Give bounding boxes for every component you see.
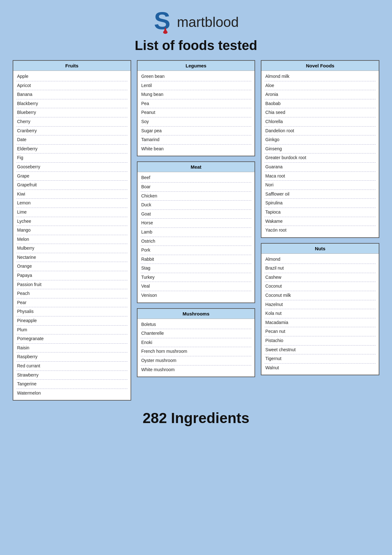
list-item: Blueberry <box>16 108 127 117</box>
list-item: Maca root <box>265 172 376 181</box>
table-1-1: MeatBeefBoarChickenDuckGoatHorseLambOstr… <box>137 161 255 303</box>
list-item: Grape <box>16 172 127 181</box>
list-item: Walnut <box>265 364 376 372</box>
list-item: Cranberry <box>16 127 127 136</box>
table-header-0-0: Fruits <box>13 61 131 71</box>
list-item: Spirulina <box>265 199 376 208</box>
list-item: Plum <box>16 326 127 335</box>
list-item: Gooseberry <box>16 163 127 172</box>
list-item: Red currant <box>16 362 127 371</box>
list-item: Rabbit <box>141 255 252 264</box>
list-item: Veal <box>141 282 252 291</box>
list-item: Cherry <box>16 117 127 127</box>
list-item: Sugar pea <box>141 127 252 136</box>
list-item: Tangerine <box>16 380 127 389</box>
list-item: Duck <box>141 201 252 210</box>
list-item: Tamarind <box>141 135 252 145</box>
list-item: Peach <box>16 289 127 298</box>
list-item: Beef <box>141 173 252 183</box>
list-item: Chanterelle <box>141 329 252 338</box>
list-item: Enoki <box>141 338 252 347</box>
table-1-2: MushroomsBoletusChanterelleEnokiFrench h… <box>137 308 255 377</box>
table-body-2-1: AlmondBrazil nutCashewCoconutCoconut mil… <box>261 254 379 375</box>
list-item: Dandelion root <box>265 127 376 136</box>
list-item: Pistachio <box>265 336 376 346</box>
list-item: Raisin <box>16 344 127 353</box>
list-item: Lamb <box>141 228 252 237</box>
table-header-2-0: Novel Foods <box>261 61 379 71</box>
list-item: Macadamia <box>265 318 376 327</box>
list-item: Nori <box>265 181 376 190</box>
list-item: Physalis <box>16 307 127 316</box>
list-item: Horse <box>141 219 252 228</box>
list-item: White mushroom <box>141 365 252 374</box>
list-item: Ostrich <box>141 237 252 246</box>
list-item: Mulberry <box>16 244 127 253</box>
column-0: FruitsAppleApricotBananaBlackberryBluebe… <box>13 60 131 401</box>
list-item: Chia seed <box>265 108 376 117</box>
list-item: Raspberry <box>16 352 127 362</box>
table-body-1-0: Green beanLentilMung beanPeaPeanutSoySug… <box>138 71 255 156</box>
list-item: Kiwi <box>16 190 127 199</box>
columns-wrapper: FruitsAppleApricotBananaBlackberryBluebe… <box>13 60 379 401</box>
list-item: Passion fruit <box>16 280 127 290</box>
list-item: Oyster mushroom <box>141 356 252 365</box>
footer-text: 282 Ingredients <box>143 409 249 427</box>
list-item: Strawberry <box>16 371 127 380</box>
column-1: LegumesGreen beanLentilMung beanPeaPeanu… <box>137 60 255 377</box>
list-item: Melon <box>16 235 127 244</box>
list-item: Kola nut <box>265 309 376 318</box>
list-item: Apple <box>16 72 127 81</box>
logo-text: martblood <box>177 14 239 30</box>
table-2-1: NutsAlmondBrazil nutCashewCoconutCoconut… <box>261 243 379 376</box>
list-item: Almond <box>265 255 376 264</box>
list-item: Apricot <box>16 81 127 90</box>
list-item: Brazil nut <box>265 264 376 273</box>
table-body-1-1: BeefBoarChickenDuckGoatHorseLambOstrichP… <box>138 172 255 302</box>
list-item: Green bean <box>141 72 252 81</box>
table-2-0: Novel FoodsAlmond milkAloeAroniaBaobabCh… <box>261 60 379 238</box>
list-item: Goat <box>141 210 252 219</box>
list-item: Fig <box>16 153 127 163</box>
table-0-0: FruitsAppleApricotBananaBlackberryBluebe… <box>13 60 131 401</box>
list-item: Grapefruit <box>16 181 127 190</box>
list-item: Turkey <box>141 273 252 282</box>
table-body-2-0: Almond milkAloeAroniaBaobabChia seedChlo… <box>261 71 379 237</box>
list-item: Ginkgo <box>265 135 376 145</box>
list-item: Chlorella <box>265 117 376 127</box>
list-item: Lychee <box>16 217 127 226</box>
list-item: Orange <box>16 262 127 271</box>
list-item: Coconut milk <box>265 291 376 300</box>
list-item: Pear <box>16 298 127 308</box>
list-item: Baobab <box>265 99 376 109</box>
list-item: Greater burdock root <box>265 153 376 163</box>
list-item: Banana <box>16 90 127 99</box>
list-item: Boletus <box>141 320 252 329</box>
list-item: Hazelnut <box>265 300 376 309</box>
table-body-1-2: BoletusChanterelleEnokiFrench horn mushr… <box>138 319 255 377</box>
table-header-1-1: Meat <box>138 162 255 172</box>
list-item: Stag <box>141 264 252 273</box>
list-item: Aloe <box>265 81 376 90</box>
list-item: Almond milk <box>265 72 376 81</box>
list-item: Sweet chestnut <box>265 346 376 355</box>
list-item: Guarana <box>265 163 376 172</box>
logo-icon: S <box>153 9 175 35</box>
table-header-1-0: Legumes <box>138 61 255 71</box>
list-item: Cashew <box>265 273 376 282</box>
list-item: Papaya <box>16 271 127 280</box>
list-item: Tigernut <box>265 354 376 364</box>
list-item: Aronia <box>265 90 376 99</box>
list-item: Peanut <box>141 108 252 117</box>
list-item: Safflower oil <box>265 190 376 199</box>
list-item: Pork <box>141 246 252 255</box>
list-item: Yacón root <box>265 226 376 235</box>
list-item: Chicken <box>141 192 252 201</box>
list-item: White bean <box>141 145 252 153</box>
list-item: Wakame <box>265 217 376 226</box>
list-item: Blackberry <box>16 99 127 109</box>
table-1-0: LegumesGreen beanLentilMung beanPeaPeanu… <box>137 60 255 156</box>
list-item: Coconut <box>265 282 376 291</box>
list-item: Pomegranate <box>16 334 127 344</box>
page-title: List of foods tested <box>135 38 257 53</box>
